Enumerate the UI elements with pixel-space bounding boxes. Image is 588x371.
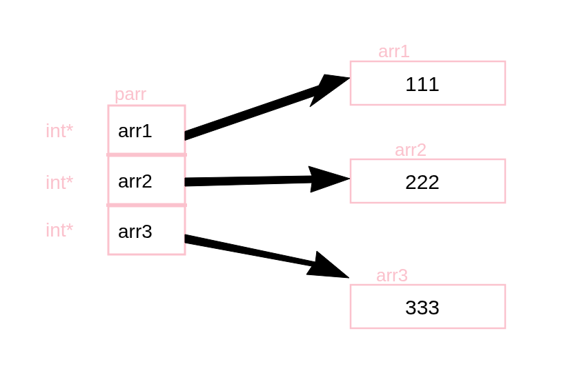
parr-cell-0-text: arr1 xyxy=(118,120,153,141)
parr-label: parr xyxy=(115,83,147,104)
pointer-array-diagram: parr arr1 arr2 arr3 int* int* int* arr1 … xyxy=(0,0,588,371)
parr-cell-2-text: arr3 xyxy=(118,221,153,242)
target-1-value: 222 xyxy=(405,170,440,193)
target-2-label: arr3 xyxy=(376,265,408,285)
parr-cell-1-text: arr2 xyxy=(118,170,153,192)
arrows-group xyxy=(185,74,350,278)
targets-group: arr1 111 arr2 222 arr3 333 xyxy=(351,41,505,328)
type-label-2: int* xyxy=(46,219,74,241)
arrow-1 xyxy=(185,166,350,192)
target-0-label: arr1 xyxy=(378,41,410,61)
type-label-0: int* xyxy=(46,120,74,141)
target-0-value: 111 xyxy=(405,72,440,95)
arrow-2 xyxy=(185,234,349,278)
type-label-1: int* xyxy=(46,172,74,193)
target-1-label: arr2 xyxy=(395,139,427,160)
arrow-0 xyxy=(185,74,350,141)
target-2-value: 333 xyxy=(405,296,440,319)
parr-group: parr arr1 arr2 arr3 int* int* int* xyxy=(46,83,187,254)
